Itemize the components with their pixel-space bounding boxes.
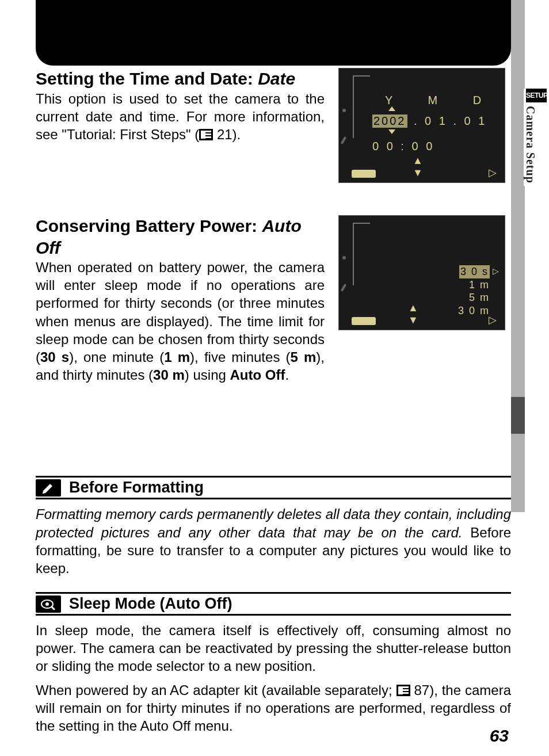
camera-screen-date: Y M D 2002 . 0 1 . 0 1 0 0 : 0 0 ▲▼ ▷ [338,68,505,183]
eye-icon [36,595,61,613]
menu-button-icon[interactable] [352,170,376,178]
pencil-icon [36,479,61,497]
svg-rect-1 [201,131,205,139]
heading-autooff: Conserving Battery Power: Auto Off [36,215,325,258]
nav-updown-icon: ▲▼ [413,155,423,179]
top-black-bar [36,0,511,66]
down-arrow-icon [388,129,395,134]
svg-rect-2 [205,131,211,132]
svg-rect-9 [403,686,409,688]
gutter-dark-chunk [511,397,525,434]
autooff-body: When operated on battery power, the came… [36,258,325,384]
autooff-options[interactable]: 3 0 s 1 m 5 m 3 0 m [458,265,490,317]
nav-right-icon: ▷ [489,314,497,326]
svg-rect-11 [403,692,409,694]
menu-button-icon[interactable] [352,317,376,325]
page-ref-icon [199,129,213,140]
note2-body-2: When powered by an AC adapter kit (avail… [36,681,511,735]
note2-body-1: In sleep mode, the camera itself is effe… [36,621,511,675]
autooff-option-30m[interactable]: 3 0 m [458,305,490,316]
up-arrow-icon [388,106,395,111]
svg-rect-10 [403,689,409,691]
svg-rect-8 [398,686,403,694]
ymd-labels: Y M D [385,94,497,107]
date-body: This option is used to set the camera to… [36,90,325,144]
nav-right-icon: ▷ [489,166,497,179]
svg-rect-4 [205,136,211,138]
autooff-option-1m[interactable]: 1 m [469,279,490,291]
camera-screen-autooff: 3 0 s 1 m 5 m 3 0 m ▷ ▲▼ ▷ [338,215,505,330]
month-day: . 0 1 . 0 1 [414,114,487,128]
setup-icon: SETUP [526,89,547,102]
svg-rect-3 [205,133,211,135]
gutter-gray [511,0,525,512]
nav-updown-icon: ▲▼ [408,302,418,326]
option-select-icon: ▷ [493,266,499,276]
note-before-formatting-heading: Before Formatting [36,476,511,499]
heading-date: Setting the Time and Date: Date [36,68,325,90]
time-display: 0 0 : 0 0 [372,140,434,153]
note-sleep-mode-heading: Sleep Mode (Auto Off) [36,592,511,616]
page-number: 63 [490,726,509,746]
svg-point-6 [45,602,49,606]
autooff-option-30s[interactable]: 3 0 s [459,265,490,278]
year-field[interactable]: 2002 [372,114,407,128]
autooff-option-5m[interactable]: 5 m [469,292,490,303]
side-tab: SETUP Camera Setup [524,89,549,186]
side-tab-label: Camera Setup [524,106,537,184]
page-ref-icon [396,685,410,696]
note1-body: Formatting memory cards permanently dele… [36,505,511,577]
